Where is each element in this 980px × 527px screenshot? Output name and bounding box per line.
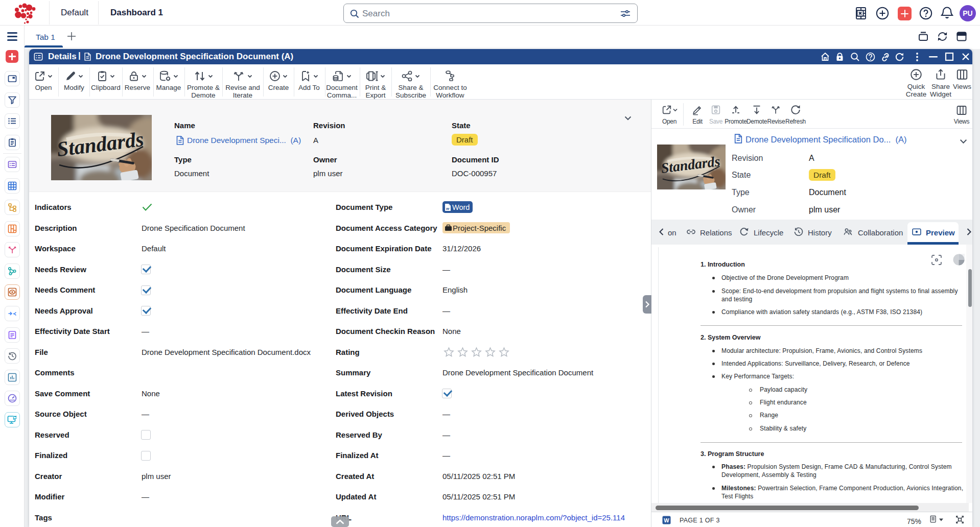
svg-text:w: w xyxy=(446,206,450,210)
svg-text:W: W xyxy=(664,517,669,523)
